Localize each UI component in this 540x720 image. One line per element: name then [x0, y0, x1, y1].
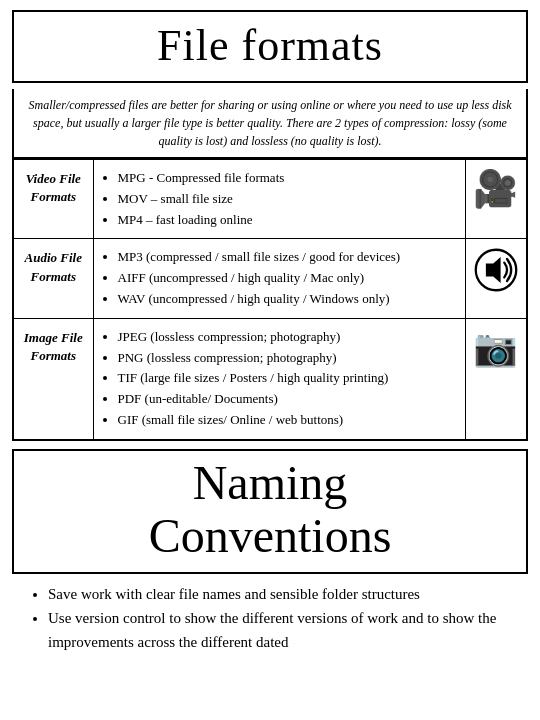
list-item: PDF (un-editable/ Documents) — [118, 389, 459, 410]
image-category: Image File Formats — [13, 318, 93, 439]
naming-title: NamingConventions — [24, 457, 516, 563]
list-item: MP4 – fast loading online — [118, 210, 459, 231]
table-row: Audio File Formats MP3 (compressed / sma… — [13, 239, 527, 318]
intro-box: Smaller/compressed files are better for … — [12, 89, 528, 159]
list-item: Use version control to show the differen… — [48, 606, 520, 654]
list-item: GIF (small file sizes/ Online / web butt… — [118, 410, 459, 431]
naming-box: NamingConventions — [12, 449, 528, 575]
list-item: TIF (large file sizes / Posters / high q… — [118, 368, 459, 389]
camera-icon-cell: 📷 — [465, 318, 527, 439]
video-icon-cell: 🎥 — [465, 160, 527, 239]
video-bullets: MPG - Compressed file formats MOV – smal… — [93, 160, 465, 239]
video-camera-icon: 🎥 — [473, 169, 518, 209]
audio-bullets: MP3 (compressed / small file sizes / goo… — [93, 239, 465, 318]
list-item: Save work with clear file names and sens… — [48, 582, 520, 606]
image-bullets: JPEG (lossless compression; photography)… — [93, 318, 465, 439]
list-item: PNG (lossless compression; photography) — [118, 348, 459, 369]
list-item: MP3 (compressed / small file sizes / goo… — [118, 247, 459, 268]
table-row: Video File Formats MPG - Compressed file… — [13, 160, 527, 239]
list-item: MOV – small file size — [118, 189, 459, 210]
speaker-icon-cell — [465, 239, 527, 318]
speaker-icon — [473, 247, 519, 293]
naming-bullets-section: Save work with clear file names and sens… — [12, 582, 528, 654]
page-title: File formats — [24, 20, 516, 71]
video-category: Video File Formats — [13, 160, 93, 239]
table-row: Image File Formats JPEG (lossless compre… — [13, 318, 527, 439]
list-item: MPG - Compressed file formats — [118, 168, 459, 189]
list-item: AIFF (uncompressed / high quality / Mac … — [118, 268, 459, 289]
intro-text: Smaller/compressed files are better for … — [29, 98, 512, 148]
svg-marker-1 — [486, 258, 501, 284]
list-item: JPEG (lossless compression; photography) — [118, 327, 459, 348]
audio-category: Audio File Formats — [13, 239, 93, 318]
formats-table: Video File Formats MPG - Compressed file… — [12, 159, 528, 441]
camera-icon: 📷 — [473, 328, 518, 368]
list-item: WAV (uncompressed / high quality / Windo… — [118, 289, 459, 310]
title-box: File formats — [12, 10, 528, 83]
